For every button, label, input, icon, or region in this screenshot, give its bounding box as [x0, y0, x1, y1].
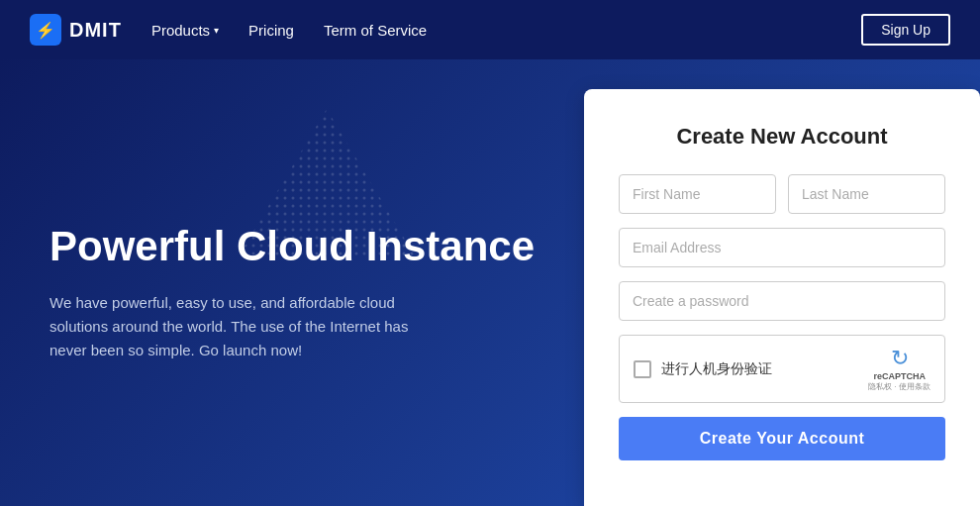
captcha-box[interactable]: 进行人机身份验证 ↻ reCAPTCHA 隐私权 · 使用条款 [619, 335, 945, 403]
nav-links: Products ▾ Pricing Term of Service [151, 22, 861, 39]
recaptcha-label: reCAPTCHA [873, 371, 926, 381]
email-row [619, 228, 945, 267]
logo-icon: ⚡ [30, 14, 61, 46]
logo-text: DMIT [69, 19, 122, 42]
logo[interactable]: ⚡ DMIT [30, 14, 122, 46]
password-input[interactable] [619, 281, 945, 321]
form-title: Create New Account [619, 124, 945, 150]
signup-form-panel: Create New Account 进行人机身份验证 ↻ reCAPTCHA … [584, 89, 980, 506]
recaptcha-links: 隐私权 · 使用条款 [868, 381, 931, 392]
hero-title: Powerful Cloud Instance [49, 223, 544, 270]
signup-button[interactable]: Sign Up [861, 14, 950, 46]
password-row [619, 281, 945, 321]
create-account-button[interactable]: Create Your Account [619, 417, 945, 460]
email-input[interactable] [619, 228, 945, 267]
nav-pricing[interactable]: Pricing [248, 22, 294, 39]
captcha-right: ↻ reCAPTCHA 隐私权 · 使用条款 [868, 346, 931, 392]
nav-products[interactable]: Products ▾ [151, 22, 219, 39]
captcha-left: 进行人机身份验证 [634, 360, 772, 378]
hero-section: Powerful Cloud Instance We have powerful… [0, 59, 980, 506]
captcha-text: 进行人机身份验证 [661, 360, 772, 378]
nav-tos[interactable]: Term of Service [324, 22, 427, 39]
hero-left: Powerful Cloud Instance We have powerful… [0, 59, 584, 506]
chevron-down-icon: ▾ [214, 25, 219, 36]
captcha-checkbox[interactable] [634, 360, 651, 378]
first-name-input[interactable] [619, 174, 776, 214]
last-name-input[interactable] [788, 174, 945, 214]
name-row [619, 174, 945, 214]
navbar: ⚡ DMIT Products ▾ Pricing Term of Servic… [0, 0, 980, 59]
hero-subtitle: We have powerful, easy to use, and affor… [49, 291, 426, 362]
recaptcha-icon: ↻ [891, 346, 909, 371]
